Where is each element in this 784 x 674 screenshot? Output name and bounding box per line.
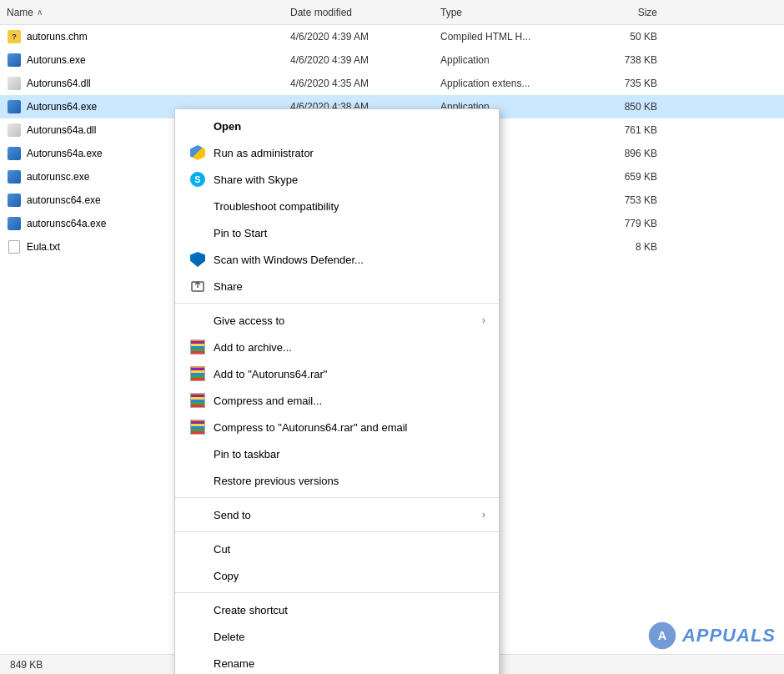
context-menu-separator bbox=[175, 497, 499, 498]
file-name-label: Autoruns64a.dll bbox=[27, 124, 96, 136]
ctx-item-cut[interactable]: Cut bbox=[175, 536, 499, 562]
ctx-item-share[interactable]: Share bbox=[175, 273, 499, 299]
ctx-item-send-to[interactable]: Send to › bbox=[175, 501, 499, 528]
send-to-icon bbox=[188, 506, 207, 524]
ctx-item-add-rar[interactable]: Add to "Autoruns64.rar" bbox=[175, 360, 499, 387]
file-size-cell: 738 KB bbox=[591, 54, 674, 66]
watermark-label: APPUALS bbox=[682, 625, 776, 646]
watermark-logo-icon: A bbox=[647, 621, 677, 651]
file-size-cell: 659 KB bbox=[591, 171, 674, 183]
file-size-cell: 735 KB bbox=[591, 78, 674, 89]
ctx-item-compress-rar-email[interactable]: Compress to "Autoruns64.rar" and email bbox=[175, 414, 499, 440]
ctx-item-compress-email[interactable]: Compress and email... bbox=[175, 387, 499, 414]
col-header-name[interactable]: Name ∧ bbox=[7, 7, 290, 18]
ctx-label-compress-rar-email: Compress to "Autoruns64.rar" and email bbox=[214, 421, 485, 434]
file-name-label: autorunsc64.exe bbox=[27, 194, 101, 206]
file-name-cell: Autoruns64.dll bbox=[7, 76, 290, 91]
ctx-item-restore-versions[interactable]: Restore previous versions bbox=[175, 467, 499, 494]
ctx-item-add-archive[interactable]: Add to archive... bbox=[175, 334, 499, 360]
status-text: 849 KB bbox=[10, 659, 43, 671]
ctx-label-run-admin: Run as administrator bbox=[214, 147, 485, 159]
file-name-label: autorunsc.exe bbox=[27, 171, 89, 183]
ctx-label-cut: Cut bbox=[214, 543, 485, 556]
file-size-cell: 779 KB bbox=[591, 218, 674, 229]
file-type-cell: Compiled HTML H... bbox=[440, 31, 591, 43]
file-name-label: Autoruns64.exe bbox=[27, 101, 97, 113]
explorer-window: Name ∧ Date modified Type Size ? autorun… bbox=[0, 0, 784, 674]
give-access-icon bbox=[188, 311, 207, 329]
file-name-label: Autoruns.exe bbox=[27, 54, 86, 66]
exe-icon bbox=[7, 216, 22, 231]
ctx-item-share-skype[interactable]: S Share with Skype bbox=[175, 166, 499, 193]
create-shortcut-icon bbox=[188, 601, 207, 619]
file-name-label: Eula.txt bbox=[27, 241, 60, 253]
watermark: A APPUALS bbox=[647, 621, 776, 651]
ctx-item-create-shortcut[interactable]: Create shortcut bbox=[175, 596, 499, 623]
file-type-cell: Application bbox=[440, 54, 591, 66]
table-row[interactable]: ? autoruns.chm 4/6/2020 4:39 AM Compiled… bbox=[0, 25, 784, 48]
ctx-label-troubleshoot: Troubleshoot compatibility bbox=[214, 200, 485, 213]
col-header-date[interactable]: Date modified bbox=[290, 7, 440, 18]
table-row[interactable]: Autoruns64.dll 4/6/2020 4:35 AM Applicat… bbox=[0, 72, 784, 95]
ctx-item-open[interactable]: Open bbox=[175, 113, 499, 139]
pin-taskbar-icon bbox=[188, 445, 207, 463]
rar-icon bbox=[188, 391, 207, 410]
context-menu-separator bbox=[175, 303, 499, 304]
file-name-label: Autoruns64a.exe bbox=[27, 148, 103, 159]
delete-icon bbox=[188, 627, 207, 646]
ctx-item-troubleshoot[interactable]: Troubleshoot compatibility bbox=[175, 193, 499, 219]
file-name-label: Autoruns64.dll bbox=[27, 78, 91, 89]
restore-versions-icon bbox=[188, 471, 207, 490]
rar-icon bbox=[188, 365, 207, 383]
ctx-label-send-to: Send to bbox=[214, 509, 482, 521]
table-row[interactable]: Autoruns.exe 4/6/2020 4:39 AM Applicatio… bbox=[0, 48, 784, 72]
ctx-label-share: Share bbox=[214, 280, 485, 293]
ctx-label-pin-taskbar: Pin to taskbar bbox=[214, 448, 485, 460]
file-date-cell: 4/6/2020 4:39 AM bbox=[290, 31, 440, 43]
file-name-label: autorunsc64a.exe bbox=[27, 218, 106, 229]
txt-icon bbox=[7, 239, 22, 254]
ctx-label-scan-defender: Scan with Windows Defender... bbox=[214, 254, 485, 266]
share-icon bbox=[188, 277, 207, 295]
col-header-type[interactable]: Type bbox=[440, 7, 591, 18]
exe-icon bbox=[7, 146, 22, 161]
column-headers: Name ∧ Date modified Type Size bbox=[0, 0, 784, 25]
ctx-item-run-admin[interactable]: Run as administrator bbox=[175, 139, 499, 166]
ctx-label-create-shortcut: Create shortcut bbox=[214, 604, 485, 616]
exe-icon bbox=[7, 53, 22, 68]
file-date-cell: 4/6/2020 4:39 AM bbox=[290, 54, 440, 66]
file-type-cell: Application extens... bbox=[440, 78, 591, 89]
ctx-item-rename[interactable]: Rename bbox=[175, 650, 499, 674]
rar-icon bbox=[188, 418, 207, 436]
file-name-cell: ? autoruns.chm bbox=[7, 29, 290, 44]
exe-icon bbox=[7, 169, 22, 184]
ctx-item-pin-start[interactable]: Pin to Start bbox=[175, 219, 499, 246]
file-name-label: autoruns.chm bbox=[27, 31, 88, 43]
file-name-cell: Autoruns.exe bbox=[7, 53, 290, 68]
file-size-cell: 850 KB bbox=[591, 101, 674, 113]
copy-icon bbox=[188, 566, 207, 585]
ctx-item-scan-defender[interactable]: Scan with Windows Defender... bbox=[175, 246, 499, 273]
dll-icon bbox=[7, 123, 22, 138]
pin-start-icon bbox=[188, 224, 207, 242]
ctx-label-delete: Delete bbox=[214, 631, 485, 643]
troubleshoot-icon bbox=[188, 197, 207, 215]
chm-icon: ? bbox=[7, 29, 22, 44]
col-header-size[interactable]: Size bbox=[591, 7, 674, 18]
context-menu-separator bbox=[175, 531, 499, 532]
dll-icon bbox=[7, 76, 22, 91]
ctx-label-add-rar: Add to "Autoruns64.rar" bbox=[214, 368, 485, 380]
rar-icon bbox=[188, 338, 207, 356]
exe-icon bbox=[7, 193, 22, 208]
ctx-item-copy[interactable]: Copy bbox=[175, 562, 499, 589]
cut-icon bbox=[188, 540, 207, 558]
svg-text:A: A bbox=[658, 629, 667, 642]
file-size-cell: 761 KB bbox=[591, 124, 674, 136]
exe-icon bbox=[7, 99, 22, 114]
rename-icon bbox=[188, 654, 207, 672]
ctx-item-delete[interactable]: Delete bbox=[175, 623, 499, 650]
ctx-item-pin-taskbar[interactable]: Pin to taskbar bbox=[175, 440, 499, 467]
ctx-item-give-access[interactable]: Give access to › bbox=[175, 307, 499, 334]
ctx-label-copy: Copy bbox=[214, 570, 485, 582]
submenu-arrow-icon: › bbox=[482, 314, 485, 326]
